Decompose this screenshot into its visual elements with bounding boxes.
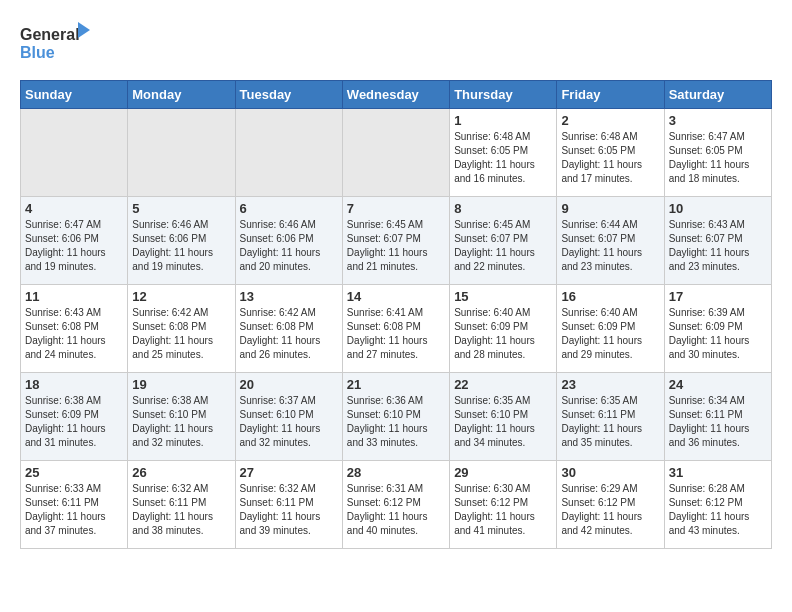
calendar-cell: 24Sunrise: 6:34 AMSunset: 6:11 PMDayligh…	[664, 373, 771, 461]
day-number: 13	[240, 289, 338, 304]
cell-content: Sunrise: 6:46 AMSunset: 6:06 PMDaylight:…	[132, 218, 230, 274]
day-number: 8	[454, 201, 552, 216]
cell-content: Sunrise: 6:38 AMSunset: 6:10 PMDaylight:…	[132, 394, 230, 450]
day-of-week-header: Sunday	[21, 81, 128, 109]
day-number: 14	[347, 289, 445, 304]
cell-content: Sunrise: 6:30 AMSunset: 6:12 PMDaylight:…	[454, 482, 552, 538]
cell-content: Sunrise: 6:39 AMSunset: 6:09 PMDaylight:…	[669, 306, 767, 362]
calendar-week-row: 25Sunrise: 6:33 AMSunset: 6:11 PMDayligh…	[21, 461, 772, 549]
cell-content: Sunrise: 6:42 AMSunset: 6:08 PMDaylight:…	[132, 306, 230, 362]
day-number: 19	[132, 377, 230, 392]
day-number: 17	[669, 289, 767, 304]
calendar-cell: 17Sunrise: 6:39 AMSunset: 6:09 PMDayligh…	[664, 285, 771, 373]
day-number: 28	[347, 465, 445, 480]
calendar-cell: 31Sunrise: 6:28 AMSunset: 6:12 PMDayligh…	[664, 461, 771, 549]
calendar-cell: 14Sunrise: 6:41 AMSunset: 6:08 PMDayligh…	[342, 285, 449, 373]
calendar-cell: 26Sunrise: 6:32 AMSunset: 6:11 PMDayligh…	[128, 461, 235, 549]
day-number: 11	[25, 289, 123, 304]
cell-content: Sunrise: 6:36 AMSunset: 6:10 PMDaylight:…	[347, 394, 445, 450]
cell-content: Sunrise: 6:38 AMSunset: 6:09 PMDaylight:…	[25, 394, 123, 450]
day-number: 12	[132, 289, 230, 304]
day-number: 2	[561, 113, 659, 128]
calendar-cell: 6Sunrise: 6:46 AMSunset: 6:06 PMDaylight…	[235, 197, 342, 285]
calendar-cell: 9Sunrise: 6:44 AMSunset: 6:07 PMDaylight…	[557, 197, 664, 285]
calendar-cell: 23Sunrise: 6:35 AMSunset: 6:11 PMDayligh…	[557, 373, 664, 461]
day-number: 3	[669, 113, 767, 128]
calendar-cell: 2Sunrise: 6:48 AMSunset: 6:05 PMDaylight…	[557, 109, 664, 197]
day-number: 16	[561, 289, 659, 304]
calendar-cell: 27Sunrise: 6:32 AMSunset: 6:11 PMDayligh…	[235, 461, 342, 549]
calendar-cell: 30Sunrise: 6:29 AMSunset: 6:12 PMDayligh…	[557, 461, 664, 549]
calendar-cell: 11Sunrise: 6:43 AMSunset: 6:08 PMDayligh…	[21, 285, 128, 373]
day-number: 30	[561, 465, 659, 480]
cell-content: Sunrise: 6:47 AMSunset: 6:06 PMDaylight:…	[25, 218, 123, 274]
cell-content: Sunrise: 6:35 AMSunset: 6:11 PMDaylight:…	[561, 394, 659, 450]
calendar-cell: 19Sunrise: 6:38 AMSunset: 6:10 PMDayligh…	[128, 373, 235, 461]
day-number: 21	[347, 377, 445, 392]
cell-content: Sunrise: 6:37 AMSunset: 6:10 PMDaylight:…	[240, 394, 338, 450]
cell-content: Sunrise: 6:41 AMSunset: 6:08 PMDaylight:…	[347, 306, 445, 362]
day-of-week-header: Friday	[557, 81, 664, 109]
calendar-cell: 28Sunrise: 6:31 AMSunset: 6:12 PMDayligh…	[342, 461, 449, 549]
cell-content: Sunrise: 6:43 AMSunset: 6:07 PMDaylight:…	[669, 218, 767, 274]
day-of-week-header: Tuesday	[235, 81, 342, 109]
calendar-cell	[235, 109, 342, 197]
calendar-week-row: 18Sunrise: 6:38 AMSunset: 6:09 PMDayligh…	[21, 373, 772, 461]
logo: GeneralBlue	[20, 20, 100, 64]
day-number: 5	[132, 201, 230, 216]
calendar-table: SundayMondayTuesdayWednesdayThursdayFrid…	[20, 80, 772, 549]
logo-svg: GeneralBlue	[20, 20, 100, 64]
cell-content: Sunrise: 6:43 AMSunset: 6:08 PMDaylight:…	[25, 306, 123, 362]
svg-marker-2	[78, 22, 90, 38]
cell-content: Sunrise: 6:40 AMSunset: 6:09 PMDaylight:…	[561, 306, 659, 362]
header: GeneralBlue	[20, 20, 772, 64]
svg-text:General: General	[20, 26, 80, 43]
day-number: 20	[240, 377, 338, 392]
day-of-week-header: Monday	[128, 81, 235, 109]
day-number: 29	[454, 465, 552, 480]
calendar-header-row: SundayMondayTuesdayWednesdayThursdayFrid…	[21, 81, 772, 109]
day-number: 27	[240, 465, 338, 480]
calendar-cell	[21, 109, 128, 197]
day-of-week-header: Thursday	[450, 81, 557, 109]
calendar-cell	[342, 109, 449, 197]
cell-content: Sunrise: 6:45 AMSunset: 6:07 PMDaylight:…	[454, 218, 552, 274]
day-number: 22	[454, 377, 552, 392]
cell-content: Sunrise: 6:33 AMSunset: 6:11 PMDaylight:…	[25, 482, 123, 538]
calendar-cell: 1Sunrise: 6:48 AMSunset: 6:05 PMDaylight…	[450, 109, 557, 197]
calendar-cell: 3Sunrise: 6:47 AMSunset: 6:05 PMDaylight…	[664, 109, 771, 197]
cell-content: Sunrise: 6:32 AMSunset: 6:11 PMDaylight:…	[240, 482, 338, 538]
calendar-cell: 8Sunrise: 6:45 AMSunset: 6:07 PMDaylight…	[450, 197, 557, 285]
cell-content: Sunrise: 6:35 AMSunset: 6:10 PMDaylight:…	[454, 394, 552, 450]
cell-content: Sunrise: 6:44 AMSunset: 6:07 PMDaylight:…	[561, 218, 659, 274]
svg-text:Blue: Blue	[20, 44, 55, 61]
day-number: 10	[669, 201, 767, 216]
calendar-cell: 16Sunrise: 6:40 AMSunset: 6:09 PMDayligh…	[557, 285, 664, 373]
cell-content: Sunrise: 6:46 AMSunset: 6:06 PMDaylight:…	[240, 218, 338, 274]
calendar-week-row: 1Sunrise: 6:48 AMSunset: 6:05 PMDaylight…	[21, 109, 772, 197]
cell-content: Sunrise: 6:45 AMSunset: 6:07 PMDaylight:…	[347, 218, 445, 274]
day-number: 23	[561, 377, 659, 392]
cell-content: Sunrise: 6:31 AMSunset: 6:12 PMDaylight:…	[347, 482, 445, 538]
day-number: 7	[347, 201, 445, 216]
calendar-cell: 4Sunrise: 6:47 AMSunset: 6:06 PMDaylight…	[21, 197, 128, 285]
calendar-cell: 22Sunrise: 6:35 AMSunset: 6:10 PMDayligh…	[450, 373, 557, 461]
cell-content: Sunrise: 6:40 AMSunset: 6:09 PMDaylight:…	[454, 306, 552, 362]
calendar-cell: 18Sunrise: 6:38 AMSunset: 6:09 PMDayligh…	[21, 373, 128, 461]
calendar-cell: 12Sunrise: 6:42 AMSunset: 6:08 PMDayligh…	[128, 285, 235, 373]
cell-content: Sunrise: 6:29 AMSunset: 6:12 PMDaylight:…	[561, 482, 659, 538]
day-number: 6	[240, 201, 338, 216]
calendar-cell: 13Sunrise: 6:42 AMSunset: 6:08 PMDayligh…	[235, 285, 342, 373]
day-number: 25	[25, 465, 123, 480]
day-number: 4	[25, 201, 123, 216]
day-number: 18	[25, 377, 123, 392]
calendar-cell: 10Sunrise: 6:43 AMSunset: 6:07 PMDayligh…	[664, 197, 771, 285]
day-number: 15	[454, 289, 552, 304]
cell-content: Sunrise: 6:48 AMSunset: 6:05 PMDaylight:…	[454, 130, 552, 186]
calendar-week-row: 11Sunrise: 6:43 AMSunset: 6:08 PMDayligh…	[21, 285, 772, 373]
day-number: 26	[132, 465, 230, 480]
calendar-week-row: 4Sunrise: 6:47 AMSunset: 6:06 PMDaylight…	[21, 197, 772, 285]
cell-content: Sunrise: 6:34 AMSunset: 6:11 PMDaylight:…	[669, 394, 767, 450]
calendar-cell: 20Sunrise: 6:37 AMSunset: 6:10 PMDayligh…	[235, 373, 342, 461]
day-of-week-header: Saturday	[664, 81, 771, 109]
